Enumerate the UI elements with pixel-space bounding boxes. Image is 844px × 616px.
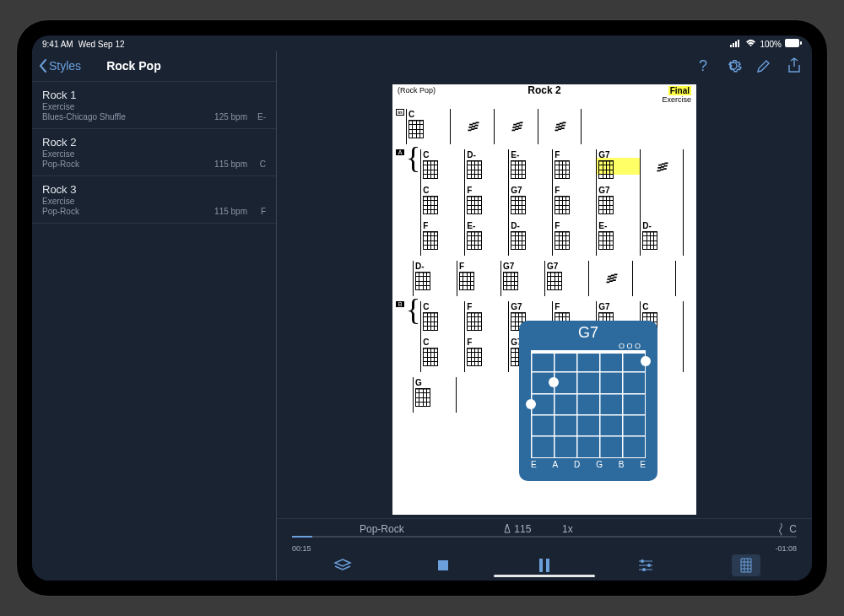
item-tempo: 115 bpm — [214, 207, 247, 216]
item-title: Rock 2 — [42, 136, 79, 149]
svg-point-9 — [641, 559, 644, 563]
section-row: D- F G7 G7 ꠵ — [392, 261, 696, 296]
status-date: Wed Sep 12 — [78, 40, 125, 49]
mixer-button[interactable] — [631, 554, 660, 576]
sheet-viewport[interactable]: Rock 2 (Rock Pop) Final Exercise in C ꠵ … — [277, 81, 812, 518]
stop-icon — [436, 559, 450, 572]
transport-bar: Pop-Rock 115 1x C 00:15 -01:08 — [277, 518, 812, 581]
sheet-tag-sub: Exercise — [662, 95, 691, 104]
transport-speed[interactable]: 1x — [562, 523, 596, 535]
list-item[interactable]: Rock 1 Exercise Blues-Chicago Shuffle 12… — [32, 81, 276, 128]
item-title: Rock 1 — [42, 89, 126, 101]
share-button[interactable] — [785, 57, 803, 75]
item-style: Blues-Chicago Shuffle — [42, 112, 126, 122]
transport-key[interactable]: C — [776, 522, 797, 536]
item-key: E- — [254, 112, 266, 122]
pencil-icon — [756, 58, 771, 73]
svg-rect-1 — [733, 43, 734, 47]
svg-rect-2 — [735, 41, 737, 47]
item-type: Exercise — [42, 102, 126, 111]
sheet-title: Rock 2 — [392, 84, 696, 96]
string-labels: E A D G B E — [531, 458, 646, 469]
overlay-chord-name: G7 — [531, 324, 646, 342]
svg-rect-4 — [785, 39, 799, 47]
current-bar: G7 — [596, 149, 640, 185]
settings-button[interactable] — [724, 57, 743, 75]
section-label: in — [396, 109, 404, 116]
section-label: B — [396, 301, 404, 307]
section-a: A { C D- E- F G7 ꠵ C F — [392, 149, 696, 256]
time-elapsed: 00:15 — [292, 544, 311, 553]
svg-point-11 — [642, 568, 646, 571]
toolbar: ? — [277, 51, 812, 81]
back-button[interactable]: Styles — [39, 59, 81, 73]
metronome-icon — [503, 523, 511, 533]
device-frame: 9:41 AM Wed Sep 12 100% Styles Ro — [17, 20, 827, 596]
battery-icon — [785, 39, 802, 49]
nav-title: Rock Pop — [106, 59, 269, 73]
edit-button[interactable] — [755, 57, 773, 75]
svg-rect-8 — [546, 559, 549, 572]
transport-style[interactable]: Pop-Rock — [360, 523, 486, 535]
section-intro: in C ꠵ ꠵ ꠵ — [392, 109, 696, 144]
diagram-toggle-button[interactable] — [732, 554, 760, 576]
chord-diagram-overlay[interactable]: G7 O O O E A D G B E — [519, 321, 657, 481]
chord-sheet: Rock 2 (Rock Pop) Final Exercise in C ꠵ … — [392, 84, 696, 515]
sidebar: Styles Rock Pop Rock 1 Exercise Blues-Ch… — [32, 51, 277, 581]
home-indicator[interactable] — [494, 575, 595, 577]
section-label: A — [396, 149, 404, 155]
signal-icon — [730, 39, 742, 49]
pause-button[interactable] — [530, 554, 559, 576]
stop-button[interactable] — [429, 554, 457, 576]
practice-button[interactable] — [328, 554, 357, 576]
styles-list[interactable]: Rock 1 Exercise Blues-Chicago Shuffle 12… — [32, 81, 276, 581]
treble-clef-icon — [776, 522, 786, 536]
item-style: Pop-Rock — [42, 207, 79, 216]
share-icon — [787, 57, 802, 74]
help-button[interactable]: ? — [694, 57, 712, 75]
chord-diagram-icon — [739, 558, 753, 573]
progress-bar[interactable] — [292, 536, 797, 538]
time-remaining: -01:08 — [775, 544, 797, 553]
layers-icon — [333, 558, 352, 573]
item-title: Rock 3 — [42, 183, 79, 196]
chevron-left-icon — [39, 59, 47, 73]
item-tempo: 115 bpm — [214, 159, 247, 169]
chord-grid — [531, 350, 646, 458]
item-style: Pop-Rock — [42, 159, 79, 169]
back-label: Styles — [49, 59, 81, 73]
item-tempo: 125 bpm — [214, 112, 247, 122]
item-key: F — [254, 207, 266, 216]
status-time: 9:41 AM — [42, 40, 73, 49]
sliders-icon — [637, 559, 654, 572]
battery-pct: 100% — [760, 40, 782, 49]
transport-tempo[interactable]: 115 — [503, 523, 545, 535]
pause-icon — [538, 558, 551, 573]
svg-rect-7 — [539, 559, 543, 572]
item-type: Exercise — [42, 149, 79, 159]
overlay-open-strings: O O O — [531, 342, 646, 350]
item-key: C — [254, 159, 266, 169]
svg-rect-5 — [800, 41, 802, 45]
list-item[interactable]: Rock 3 Exercise Pop-Rock 115 bpm F — [32, 176, 276, 224]
item-type: Exercise — [42, 197, 79, 206]
svg-rect-6 — [438, 560, 448, 570]
svg-rect-3 — [738, 40, 739, 47]
gear-icon — [725, 57, 742, 74]
progress-fill — [292, 536, 312, 538]
svg-rect-0 — [730, 45, 732, 47]
status-bar: 9:41 AM Wed Sep 12 100% — [32, 35, 812, 51]
wifi-icon — [745, 39, 756, 49]
list-item[interactable]: Rock 2 Exercise Pop-Rock 115 bpm C — [32, 128, 276, 176]
svg-point-10 — [647, 564, 651, 567]
nav-header: Styles Rock Pop — [32, 51, 276, 81]
screen: 9:41 AM Wed Sep 12 100% Styles Ro — [32, 35, 812, 581]
main-area: ? Rock 2 (Rock Pop) Final — [277, 51, 812, 581]
